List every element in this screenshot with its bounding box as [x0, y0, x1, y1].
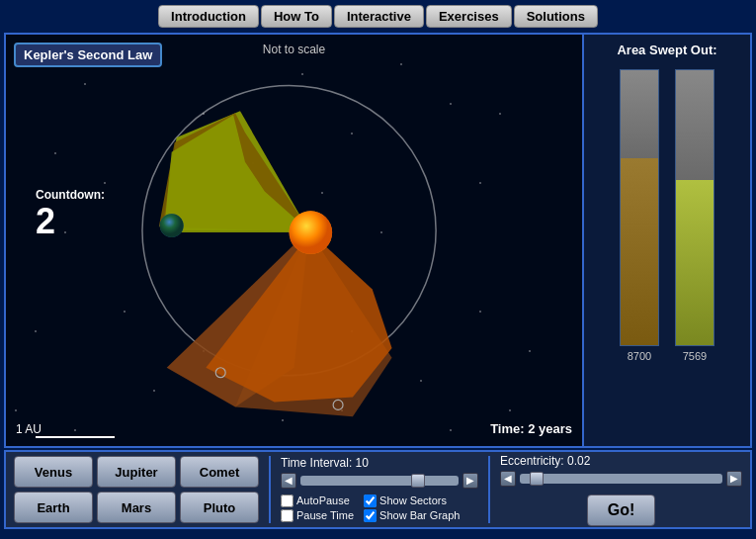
time-label: Time: 2 years [490, 421, 572, 436]
bottom-controls: Venus Jupiter Comet Earth Mars Pluto Tim… [4, 450, 752, 529]
right-checkboxes: Show Sectors Show Bar Graph [364, 494, 460, 524]
tab-solutions[interactable]: Solutions [514, 5, 598, 28]
showsectors-label: Show Sectors [379, 494, 447, 506]
eccentricity-thumb[interactable] [530, 472, 544, 486]
autopause-checkbox[interactable] [281, 494, 294, 507]
countdown-value: 2 [36, 201, 55, 242]
left-checkboxes: AutoPause Pause Time [281, 494, 354, 524]
divider-2 [488, 456, 490, 523]
eccentricity-increase[interactable]: ▶ [726, 471, 742, 487]
pausetime-label: Pause Time [296, 509, 354, 521]
bar-1 [620, 69, 659, 346]
go-button[interactable]: Go! [587, 494, 656, 526]
jupiter-button[interactable]: Jupiter [97, 456, 176, 488]
area-swept-title: Area Swept Out: [617, 43, 716, 57]
eccentricity-section: Eccentricity: 0.02 ◀ ▶ Go! [500, 456, 742, 523]
au-line [36, 436, 115, 438]
venus-button[interactable]: Venus [14, 456, 93, 488]
not-to-scale-label: Not to scale [263, 43, 325, 56]
time-interval-slider-row: ◀ ▶ [281, 473, 478, 489]
svg-point-10 [160, 214, 184, 237]
divider-1 [269, 456, 271, 523]
bar-1-value: 8700 [628, 350, 651, 362]
time-interval-label: Time Interval: 10 [281, 456, 478, 470]
countdown-label: Countdown: [36, 188, 105, 202]
tab-introduction[interactable]: Introduction [158, 5, 259, 28]
top-navigation: Introduction How To Interactive Exercise… [0, 0, 756, 33]
eccentricity-track[interactable] [520, 474, 722, 484]
bar-2-value: 7569 [683, 350, 707, 362]
showsectors-checkbox[interactable] [364, 494, 377, 507]
eccentricity-slider-row: ◀ ▶ [500, 471, 742, 487]
simulation-area: Kepler's Second Law Not to scale [6, 35, 582, 446]
bar-1-wrapper: 8700 [620, 65, 659, 362]
main-area: Kepler's Second Law Not to scale [4, 33, 752, 448]
pausetime-checkbox[interactable] [281, 509, 294, 522]
bar-2 [675, 69, 714, 346]
autopause-checkbox-label[interactable]: AutoPause [281, 494, 354, 507]
planet-buttons: Venus Jupiter Comet Earth Mars Pluto [14, 456, 259, 523]
checkboxes-area: AutoPause Pause Time Show Sectors Show B… [281, 494, 478, 524]
time-interval-section: Time Interval: 10 ◀ ▶ AutoPause Pause Ti… [281, 456, 478, 523]
tab-how-to[interactable]: How To [261, 5, 332, 28]
mars-button[interactable]: Mars [97, 492, 176, 523]
time-interval-track[interactable] [300, 476, 459, 486]
pausetime-checkbox-label[interactable]: Pause Time [281, 509, 354, 522]
bar-2-wrapper: 7569 [675, 65, 714, 362]
autopause-label: AutoPause [296, 494, 350, 506]
showbargraph-label: Show Bar Graph [379, 509, 460, 521]
comet-button[interactable]: Comet [180, 456, 259, 488]
right-panel: Area Swept Out: 8700 [582, 35, 750, 446]
svg-marker-6 [164, 115, 311, 232]
showbargraph-checkbox[interactable] [364, 509, 377, 522]
svg-point-8 [290, 211, 333, 254]
showbargraph-checkbox-label[interactable]: Show Bar Graph [364, 509, 460, 522]
simulation-svg [6, 35, 582, 446]
earth-button[interactable]: Earth [14, 492, 93, 523]
au-label: 1 AU [16, 422, 42, 436]
time-interval-thumb[interactable] [411, 474, 425, 488]
time-interval-increase[interactable]: ▶ [462, 473, 478, 489]
bar-chart: 8700 7569 [610, 65, 724, 362]
title-badge: Kepler's Second Law [14, 43, 162, 67]
time-interval-decrease[interactable]: ◀ [281, 473, 296, 489]
eccentricity-label: Eccentricity: 0.02 [500, 454, 742, 468]
pluto-button[interactable]: Pluto [180, 492, 259, 523]
eccentricity-decrease[interactable]: ◀ [500, 471, 516, 487]
tab-interactive[interactable]: Interactive [334, 5, 424, 28]
showsectors-checkbox-label[interactable]: Show Sectors [364, 494, 460, 507]
tab-exercises[interactable]: Exercises [426, 5, 512, 28]
